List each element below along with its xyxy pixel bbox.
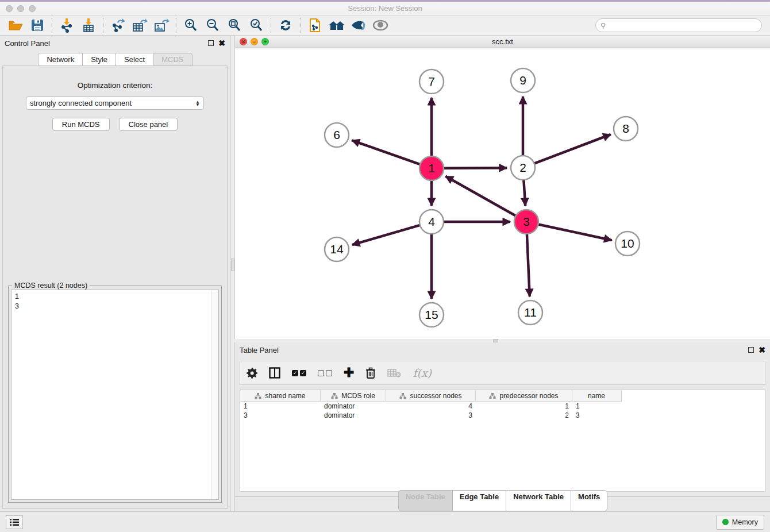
table-settings-button[interactable] bbox=[246, 367, 257, 379]
trash-icon bbox=[365, 367, 376, 379]
run-mcds-button[interactable]: Run MCDS bbox=[52, 118, 110, 131]
control-panel-tabs: Network Style Select MCDS bbox=[0, 53, 230, 66]
column-header-shared-name[interactable]: shared name bbox=[240, 390, 321, 402]
cyndex-button[interactable] bbox=[348, 17, 369, 34]
table-header-row: shared nameMCDS rolesuccessor nodesprede… bbox=[240, 390, 622, 402]
toolbar-separator bbox=[52, 18, 52, 33]
float-panel-icon[interactable] bbox=[748, 347, 754, 353]
tab-network-table[interactable]: Network Table bbox=[506, 490, 571, 511]
mcds-result-text[interactable]: 1 3 bbox=[11, 290, 219, 500]
delete-table-icon bbox=[387, 368, 401, 377]
table-row[interactable]: 3dominator323 bbox=[240, 411, 765, 420]
network-canvas[interactable]: 1234678910111415 bbox=[235, 48, 770, 339]
graph-edge-1-6[interactable] bbox=[352, 140, 420, 164]
splitter-handle[interactable] bbox=[493, 339, 498, 342]
search-field[interactable]: ⚲ bbox=[595, 18, 762, 32]
import-network-button[interactable] bbox=[56, 17, 78, 34]
refresh-button[interactable] bbox=[275, 17, 297, 34]
status-bar: Memory bbox=[0, 511, 770, 532]
search-input[interactable] bbox=[609, 21, 757, 29]
tab-select[interactable]: Select bbox=[116, 53, 153, 66]
tab-node-table[interactable]: Node Table bbox=[398, 490, 453, 511]
zoom-out-button[interactable] bbox=[202, 17, 224, 34]
vertical-splitter[interactable] bbox=[230, 36, 234, 511]
zoom-fit-button[interactable] bbox=[224, 17, 245, 34]
zoom-in-button[interactable] bbox=[180, 17, 202, 34]
table-cell[interactable]: 3 bbox=[572, 411, 621, 419]
memory-label: Memory bbox=[732, 518, 758, 526]
eye-icon bbox=[372, 20, 388, 31]
deselect-all-button[interactable] bbox=[318, 370, 332, 376]
table-cell[interactable]: dominator bbox=[321, 411, 386, 419]
tab-style[interactable]: Style bbox=[82, 53, 116, 66]
graph-edge-3-1[interactable] bbox=[445, 176, 515, 216]
tab-motifs[interactable]: Motifs bbox=[571, 490, 607, 511]
function-builder-button[interactable]: f(x) bbox=[413, 367, 432, 379]
table-cell[interactable]: 3 bbox=[240, 411, 321, 419]
hide-panels-button[interactable] bbox=[369, 17, 391, 34]
graph-node-label-7: 7 bbox=[428, 75, 435, 88]
memory-button[interactable]: Memory bbox=[716, 515, 764, 530]
horizontal-splitter[interactable] bbox=[234, 339, 770, 342]
table-cell[interactable]: 2 bbox=[476, 411, 572, 419]
graph-edge-2-3[interactable] bbox=[523, 180, 525, 206]
network-graph[interactable]: 1234678910111415 bbox=[235, 48, 770, 337]
unchecked-box-icon bbox=[326, 370, 332, 376]
table-panel: Table Panel ✖ ✓✓ ✚ bbox=[234, 342, 770, 511]
table-cell[interactable]: 4 bbox=[386, 402, 476, 410]
table-cell[interactable]: dominator bbox=[321, 402, 386, 410]
import-table-button[interactable] bbox=[78, 17, 99, 34]
home-button[interactable] bbox=[326, 17, 348, 34]
cyndex-eye-icon bbox=[351, 18, 367, 32]
main-toolbar: ⚲ bbox=[0, 16, 770, 36]
table-cell[interactable]: 1 bbox=[240, 402, 321, 410]
column-header-name[interactable]: name bbox=[572, 390, 621, 402]
float-panel-icon[interactable] bbox=[208, 40, 214, 46]
column-header-successor-nodes[interactable]: successor nodes bbox=[386, 390, 476, 402]
close-panel-button[interactable]: Close panel bbox=[119, 118, 178, 131]
graph-edge-4-14[interactable] bbox=[352, 225, 420, 245]
delete-column-button[interactable] bbox=[365, 367, 376, 379]
graph-edge-2-8[interactable] bbox=[534, 134, 611, 164]
export-network-icon bbox=[110, 18, 125, 33]
hierarchy-icon bbox=[255, 392, 261, 399]
zoom-selected-button[interactable] bbox=[245, 17, 267, 34]
zoom-out-icon bbox=[206, 18, 220, 32]
table-row[interactable]: 1dominator411 bbox=[240, 402, 765, 411]
graph-edge-3-11[interactable] bbox=[527, 234, 530, 296]
export-image-button[interactable] bbox=[151, 17, 172, 34]
task-history-button[interactable] bbox=[6, 515, 23, 529]
close-panel-icon[interactable]: ✖ bbox=[759, 347, 765, 353]
clone-network-button[interactable] bbox=[304, 17, 326, 34]
table-cell[interactable]: 3 bbox=[386, 411, 476, 419]
table-cell[interactable]: 1 bbox=[476, 402, 572, 410]
tab-network[interactable]: Network bbox=[38, 53, 83, 66]
table-cell[interactable]: 1 bbox=[572, 402, 621, 410]
column-header-MCDS-role[interactable]: MCDS role bbox=[321, 390, 386, 402]
clone-network-icon bbox=[308, 18, 322, 33]
splitter-handle[interactable] bbox=[231, 259, 234, 271]
import-network-icon bbox=[59, 18, 74, 33]
graph-node-label-10: 10 bbox=[621, 237, 634, 250]
delete-table-button[interactable] bbox=[387, 368, 401, 377]
graph-edge-1-2[interactable] bbox=[444, 168, 507, 168]
export-table-button[interactable] bbox=[129, 17, 151, 34]
network-titlebar[interactable]: ✕ − + scc.txt bbox=[235, 36, 770, 48]
graph-node-label-8: 8 bbox=[622, 122, 629, 135]
open-session-button[interactable] bbox=[5, 17, 26, 34]
close-panel-icon[interactable]: ✖ bbox=[218, 40, 225, 46]
select-all-button[interactable]: ✓✓ bbox=[292, 370, 306, 376]
column-header-predecessor-nodes[interactable]: predecessor nodes bbox=[476, 390, 572, 402]
column-selector-button[interactable] bbox=[269, 367, 280, 379]
optimization-criterion-select[interactable]: strongly connected component ▲▼ bbox=[26, 97, 204, 110]
add-column-button[interactable]: ✚ bbox=[344, 367, 354, 379]
tab-mcds[interactable]: MCDS bbox=[153, 53, 192, 66]
save-session-button[interactable] bbox=[26, 17, 48, 34]
mcds-result-scrollbar[interactable] bbox=[211, 290, 218, 499]
export-network-button[interactable] bbox=[107, 17, 129, 34]
export-image-icon bbox=[154, 18, 170, 33]
graph-node-label-11: 11 bbox=[524, 306, 537, 319]
tab-edge-table[interactable]: Edge Table bbox=[452, 490, 506, 511]
graph-edge-3-10[interactable] bbox=[538, 224, 612, 240]
main-titlebar: Session: New Session bbox=[0, 2, 770, 16]
